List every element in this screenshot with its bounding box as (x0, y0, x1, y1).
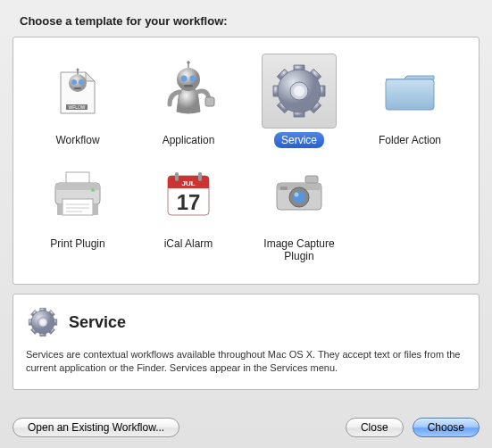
template-list: WFLOW Workflow (13, 37, 479, 285)
template-label: Image Capture Plugin (244, 236, 354, 264)
template-item-workflow[interactable]: WFLOW Workflow (22, 54, 133, 148)
template-item-service[interactable]: Service (244, 54, 354, 148)
svg-point-10 (190, 76, 196, 82)
svg-rect-28 (93, 204, 98, 215)
svg-rect-5 (74, 87, 81, 89)
application-icon (151, 54, 226, 129)
svg-point-45 (40, 319, 46, 326)
svg-rect-14 (205, 97, 214, 106)
svg-point-8 (177, 68, 200, 91)
gear-icon (26, 305, 60, 339)
svg-text:JUL: JUL (181, 179, 195, 187)
template-chooser-dialog: Choose a template for your workflow: WFL… (0, 0, 492, 448)
template-label: Service (274, 132, 324, 148)
printer-icon (40, 157, 115, 232)
template-item-icalalarm[interactable]: JUL 17 iCal Alarm (133, 157, 244, 264)
template-label: Print Plugin (43, 236, 112, 252)
camera-icon (262, 157, 337, 232)
svg-point-41 (295, 193, 299, 197)
svg-point-13 (187, 61, 190, 64)
svg-rect-42 (280, 187, 288, 190)
description-text: Services are contextual workflows availa… (26, 348, 466, 375)
close-button[interactable]: Close (346, 418, 404, 437)
template-label: Application (155, 132, 222, 148)
svg-rect-18 (386, 79, 434, 110)
template-item-folderaction[interactable]: Folder Action (354, 54, 465, 148)
svg-point-7 (77, 69, 79, 71)
svg-rect-23 (63, 199, 93, 215)
svg-point-4 (79, 79, 84, 85)
svg-point-17 (294, 86, 304, 96)
svg-rect-38 (305, 176, 318, 183)
description-title: Service (69, 313, 126, 332)
svg-rect-34 (175, 172, 179, 181)
svg-point-40 (293, 191, 305, 203)
template-label: Folder Action (371, 132, 448, 148)
template-item-application[interactable]: Application (133, 54, 244, 148)
svg-text:17: 17 (177, 190, 201, 214)
calendar-icon: JUL 17 (151, 157, 226, 232)
dialog-title: Choose a template for your workflow: (20, 14, 479, 28)
choose-button[interactable]: Choose (413, 418, 479, 437)
svg-rect-27 (57, 204, 63, 215)
open-existing-button[interactable]: Open an Existing Workflow... (13, 418, 179, 437)
service-icon (262, 54, 337, 129)
template-item-imagecapture[interactable]: Image Capture Plugin (244, 157, 354, 264)
svg-rect-11 (184, 85, 193, 87)
template-description-panel: Service Services are contextual workflow… (13, 294, 479, 390)
svg-text:WFLOW: WFLOW (68, 104, 85, 110)
svg-point-9 (181, 76, 188, 82)
folder-icon (372, 54, 447, 129)
svg-point-3 (71, 79, 77, 85)
workflow-icon: WFLOW (40, 54, 115, 129)
svg-point-22 (91, 188, 95, 192)
svg-rect-35 (198, 172, 202, 181)
template-label: Workflow (48, 132, 106, 148)
template-label: iCal Alarm (157, 236, 221, 252)
template-item-printplugin[interactable]: Print Plugin (22, 157, 133, 264)
